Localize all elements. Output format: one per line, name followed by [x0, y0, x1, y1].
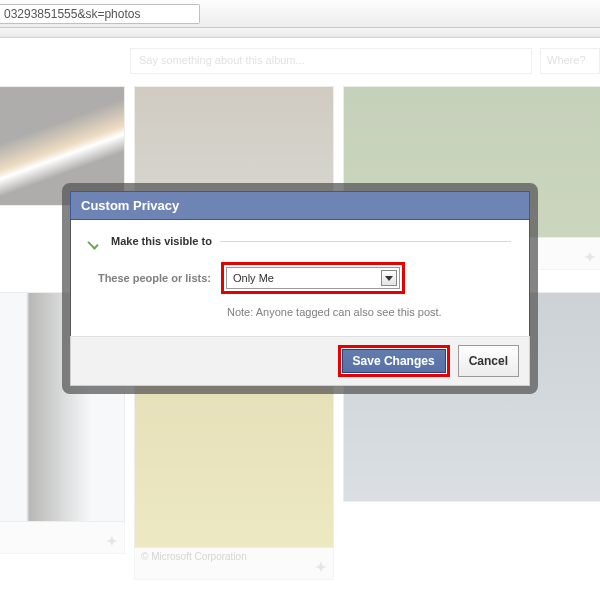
save-changes-button[interactable]: Save Changes: [342, 349, 446, 373]
section-header: Make this visible to: [89, 234, 511, 248]
save-highlight: Save Changes: [338, 345, 450, 377]
toolbar-gap: [0, 28, 600, 38]
composer-row: Say something about this album... Where?: [0, 48, 600, 74]
photo-caption: ✦: [0, 522, 125, 554]
audience-select[interactable]: Only Me: [226, 267, 400, 289]
select-value: Only Me: [233, 272, 274, 284]
divider: [220, 241, 511, 242]
privacy-note: Note: Anyone tagged can also see this po…: [227, 306, 511, 318]
plus-icon[interactable]: ✦: [584, 249, 596, 265]
caption-author: © Microsoft Corporation: [141, 551, 247, 562]
plus-icon[interactable]: ✦: [106, 533, 118, 549]
chevron-down-icon: [381, 270, 397, 286]
row-label: These people or lists:: [93, 272, 211, 284]
plus-icon[interactable]: ✦: [315, 559, 327, 575]
select-highlight: Only Me: [221, 262, 405, 294]
page-content: Say something about this album... Where?…: [0, 38, 600, 600]
dialog-title: Custom Privacy: [70, 191, 530, 220]
section-label: Make this visible to: [111, 235, 212, 247]
audience-row: These people or lists: Only Me: [93, 262, 511, 294]
composer-where[interactable]: Where?: [540, 48, 600, 74]
custom-privacy-dialog: Custom Privacy Make this visible to Thes…: [62, 183, 538, 394]
address-bar: [0, 0, 600, 28]
cancel-button[interactable]: Cancel: [458, 345, 519, 377]
photo-caption: © Microsoft Corporation ✦: [134, 548, 334, 580]
check-icon: [89, 234, 103, 248]
url-input[interactable]: [0, 4, 200, 24]
dialog-body: Make this visible to These people or lis…: [70, 220, 530, 336]
composer-input[interactable]: Say something about this album...: [130, 48, 532, 74]
dialog-footer: Save Changes Cancel: [70, 336, 530, 386]
